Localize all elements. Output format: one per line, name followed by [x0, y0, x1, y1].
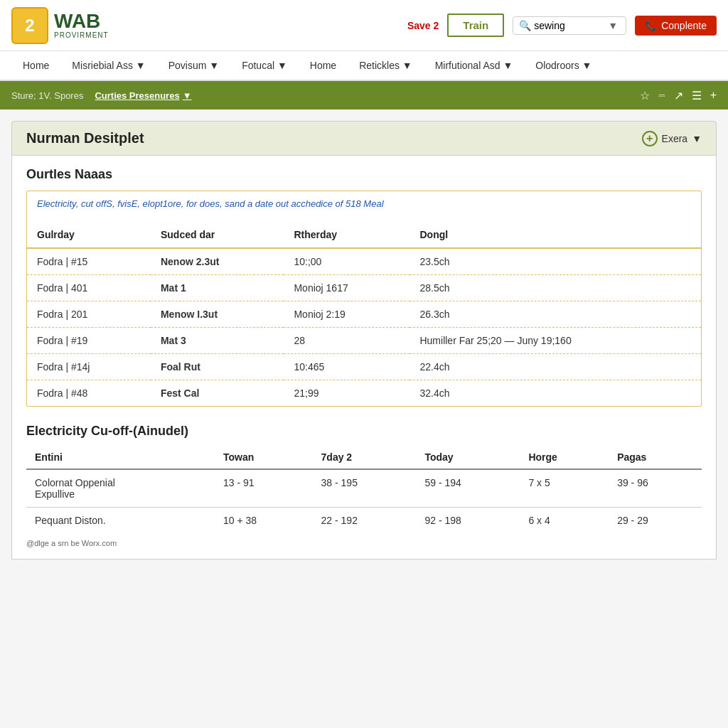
row-col2: Mat 1 — [151, 275, 284, 301]
table-row: Fodra | #48 Fest Cal 21;99 32.4ch — [27, 380, 701, 407]
table-row: Fodra | #15 Nenow 2.3ut 10:;00 23.5ch — [27, 248, 701, 275]
row-col4: 32.4ch — [410, 380, 701, 407]
col-header-rtherday: Rtherday — [284, 222, 410, 248]
breadcrumb-parent[interactable]: Sture; 1V. Spores — [11, 90, 83, 101]
extra-chevron-icon: ▼ — [692, 133, 702, 144]
col-header-gulrday: Gulrday — [27, 222, 151, 248]
row-col1[interactable]: Fodra | #19 — [27, 328, 151, 354]
nav-item-retickles[interactable]: Retickles ▼ — [348, 51, 424, 80]
row-col3: 28 — [284, 328, 410, 354]
footer-note: @dlge a srn be Worx.com — [26, 539, 702, 547]
col-header-sudced: Sudced dar — [151, 222, 284, 248]
search-input[interactable] — [534, 20, 605, 31]
breadcrumb-bar: Sture; 1V. Spores Curties Presenures ▼ ☆… — [0, 81, 728, 109]
elec-col3: 38 - 195 — [313, 469, 417, 508]
section-header: Nurman Desitplet + Exera ▼ — [11, 121, 717, 156]
elec-col2: 10 + 38 — [215, 508, 313, 534]
nav-item-home2[interactable]: Home — [299, 51, 348, 80]
row-col4: 28.5ch — [410, 275, 701, 301]
outlines-table: Gulrday Sudced dar Rtherday Dongl Fodra … — [27, 222, 701, 406]
table-note: Electricity, cut offS, fvisE, elopt1ore,… — [27, 191, 701, 216]
table-row: Fodra | #19 Mat 3 28 Humiller Far 25;20 … — [27, 328, 701, 354]
search-icon: 🔍 — [519, 20, 531, 31]
row-col3: 10:465 — [284, 354, 410, 380]
table-row: Pequant Diston. 10 + 38 22 - 192 92 - 19… — [26, 508, 702, 534]
elec-col-7day: 7day 2 — [313, 446, 417, 469]
row-col2: Mat 3 — [151, 328, 284, 354]
elec-col-horge: Horge — [520, 446, 609, 469]
row-col4: 23.5ch — [410, 248, 701, 275]
elec-col1: Colornat OppenialExpullive — [26, 469, 215, 508]
row-col2: Foal Rut — [151, 354, 284, 380]
arrow-icon[interactable]: ↗ — [674, 89, 683, 102]
electricity-title: Electricity Cu-off-(Ainudel) — [26, 424, 702, 439]
logo-area: 2 WAB PROVIRMENT — [11, 7, 407, 44]
plug-icon[interactable]: ⎓ — [658, 89, 665, 102]
table-row: Fodra | #14j Foal Rut 10:465 22.4ch — [27, 354, 701, 380]
row-col1[interactable]: Fodra | #14j — [27, 354, 151, 380]
stack-icon[interactable]: ☰ — [692, 89, 702, 102]
elec-col5: 6 x 4 — [520, 508, 609, 534]
row-col1[interactable]: Fodra | 401 — [27, 275, 151, 301]
row-col1[interactable]: Fodra | 201 — [27, 301, 151, 328]
elec-col1: Pequant Diston. — [26, 508, 215, 534]
table-row: Fodra | 201 Menow I.3ut Monioj 2:19 26.3… — [27, 301, 701, 328]
logo-text: WAB PROVIRMENT — [54, 11, 109, 39]
nav-item-misriebial[interactable]: Misriebial Ass ▼ — [60, 51, 156, 80]
elec-col-pagas: Pagas — [609, 446, 702, 469]
plus-circle-icon: + — [642, 131, 658, 146]
outlines-title: Ourtles Naaas — [26, 167, 702, 182]
nav-item-fotucal[interactable]: Fotucal ▼ — [230, 51, 299, 80]
row-col2: Fest Cal — [151, 380, 284, 407]
header-actions: Save 2 Train 🔍 ▼ 📞 Conplente — [407, 14, 717, 37]
elec-col-entini: Entini — [26, 446, 215, 469]
electricity-table: Entini Towan 7day 2 Today Horge Pagas Co… — [26, 446, 702, 533]
elec-col-today: Today — [416, 446, 520, 469]
nav-item-olodroors[interactable]: Olodroors ▼ — [524, 51, 603, 80]
col-header-dongl: Dongl — [410, 222, 701, 248]
logo-main: WAB — [54, 11, 109, 31]
elec-col-towan: Towan — [215, 446, 313, 469]
main-content: Nurman Desitplet + Exera ▼ Ourtles Naaas… — [0, 109, 728, 571]
train-button[interactable]: Train — [447, 14, 504, 37]
row-col3: Monioj 2:19 — [284, 301, 410, 328]
elec-col6: 29 - 29 — [609, 508, 702, 534]
elec-col4: 59 - 194 — [416, 469, 520, 508]
row-col4: 22.4ch — [410, 354, 701, 380]
search-box: 🔍 ▼ — [513, 16, 626, 35]
plus-icon[interactable]: + — [710, 89, 717, 102]
elec-col6: 39 - 96 — [609, 469, 702, 508]
row-col1[interactable]: Fodra | #15 — [27, 248, 151, 275]
nav-item-home1[interactable]: Home — [11, 51, 60, 80]
row-col4: 26.3ch — [410, 301, 701, 328]
elec-col5: 7 x 5 — [520, 469, 609, 508]
main-nav: Home Misriebial Ass ▼ Povisum ▼ Fotucal … — [0, 51, 728, 81]
nav-item-povisum[interactable]: Povisum ▼ — [157, 51, 230, 80]
section-title: Nurman Desitplet — [26, 130, 144, 146]
outlines-section: Ourtles Naaas Electricity, cut offS, fvi… — [11, 156, 717, 560]
row-col4: Humiller Far 25;20 — Juny 19;160 — [410, 328, 701, 354]
complete-icon: 📞 — [645, 20, 657, 31]
row-col1[interactable]: Fodra | #48 — [27, 380, 151, 407]
breadcrumb-active[interactable]: Curties Presenures ▼ — [95, 90, 191, 101]
table-row: Fodra | 401 Mat 1 Monioj 1617 28.5ch — [27, 275, 701, 301]
chevron-down-icon: ▼ — [608, 20, 618, 31]
logo-icon: 2 — [11, 7, 48, 44]
header: 2 WAB PROVIRMENT Save 2 Train 🔍 ▼ 📞 Conp… — [0, 0, 728, 51]
row-col2: Nenow 2.3ut — [151, 248, 284, 275]
outlines-table-container: Electricity, cut offS, fvisE, elopt1ore,… — [26, 191, 702, 407]
elec-col2: 13 - 91 — [215, 469, 313, 508]
complete-button[interactable]: 📞 Conplente — [635, 16, 717, 36]
row-col2: Menow I.3ut — [151, 301, 284, 328]
nav-item-mirfutional[interactable]: Mirfutional Asd ▼ — [424, 51, 525, 80]
elec-col4: 92 - 198 — [416, 508, 520, 534]
breadcrumb-actions: ☆ ⎓ ↗ ☰ + — [640, 89, 717, 102]
save-label: Save 2 — [407, 20, 439, 31]
star-icon[interactable]: ☆ — [640, 89, 650, 102]
elec-col3: 22 - 192 — [313, 508, 417, 534]
logo-sub: PROVIRMENT — [54, 31, 109, 39]
row-col3: 21;99 — [284, 380, 410, 407]
table-row: Colornat OppenialExpullive 13 - 91 38 - … — [26, 469, 702, 508]
row-col3: Monioj 1617 — [284, 275, 410, 301]
extra-button[interactable]: + Exera ▼ — [642, 131, 702, 146]
